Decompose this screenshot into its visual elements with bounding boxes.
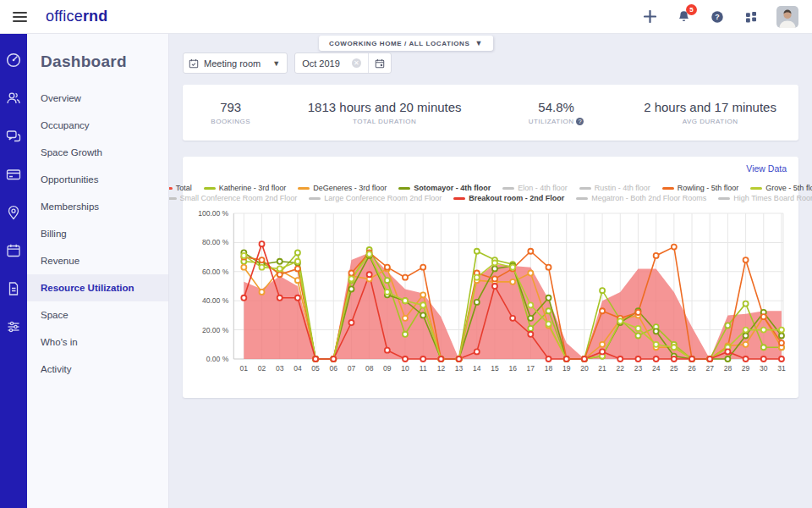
apps-grid-icon[interactable] [743,8,760,25]
sidebar-item-billing[interactable]: Billing [27,220,168,247]
dashboard-gauge-icon[interactable] [5,52,22,69]
stat-label: TOTAL DURATION [278,118,491,125]
view-data-link[interactable]: View Data [746,163,787,174]
billing-card-icon[interactable] [5,166,22,183]
stat-label: UTILIZATION? [491,118,622,125]
legend-item-rowling-5th-floor[interactable]: Rowling - 5th floor [662,184,739,192]
stats-summary-card: 793BOOKINGS1813 hours and 20 minutesTOTA… [183,85,798,141]
icon-rail [0,34,27,508]
legend-swatch [579,187,591,190]
legend-label: High Times Board Room [733,194,812,202]
messages-icon[interactable] [5,128,22,145]
svg-text:0.00 %: 0.00 % [206,355,229,363]
stat-value: 2 hours and 17 minutes [622,100,798,114]
svg-text:11: 11 [420,364,427,373]
legend-item-high-times-board-room[interactable]: High Times Board Room [718,194,812,202]
svg-text:14: 14 [473,364,481,373]
legend-swatch [662,187,674,190]
period-value: Oct 2019 [302,58,340,69]
legend-swatch [576,197,588,200]
calendar-icon[interactable] [5,242,22,259]
svg-text:30: 30 [760,364,768,373]
legend-label: Breakout room - 2nd Floor [469,194,564,202]
legend-item-rustin-4th-floor[interactable]: Rustin - 4th floor [579,184,650,192]
page-title: Dashboard [27,34,168,71]
hamburger-menu-icon[interactable] [3,0,36,34]
sidebar-item-activity[interactable]: Activity [27,356,168,383]
svg-text:05: 05 [311,364,320,373]
location-pin-icon[interactable] [5,204,22,221]
location-selector[interactable]: COWORKING HOME / ALL LOCATIONS ▼ [319,36,493,51]
legend-item-grove-5th-floor[interactable]: Grove - 5th floor [750,184,812,192]
stat-label: AVG DURATION [622,118,798,125]
chart-legend: TotalKatherine - 3rd floorDeGeneres - 3r… [195,184,787,202]
sidebar-item-overview[interactable]: Overview [27,85,168,112]
period-picker[interactable]: Oct 2019 ✕ [294,52,392,74]
plus-icon[interactable] [641,8,658,25]
officernd-logo: officernd [46,8,108,25]
legend-item-megatron-both-2nd-floor-rooms[interactable]: Megatron - Both 2nd Floor Rooms [576,194,706,202]
stat-total-duration: 1813 hours and 20 minutesTOTAL DURATION [278,100,491,125]
svg-text:25: 25 [670,364,678,373]
legend-label: Rustin - 4th floor [595,184,650,192]
sidebar-item-resource-utilization[interactable]: Resource Utilization [27,274,168,301]
stat-value: 793 [183,100,278,114]
stat-utilization: 54.8%UTILIZATION? [491,100,622,125]
legend-label: Katherine - 3rd floor [219,184,287,192]
resource-type-select[interactable]: Meeting room ▼ [183,52,288,74]
legend-swatch [204,187,216,190]
calendar-icon[interactable] [368,53,391,73]
svg-text:03: 03 [276,364,284,373]
svg-text:08: 08 [365,364,374,373]
location-selector-label: COWORKING HOME / ALL LOCATIONS [329,40,469,47]
legend-label: Rowling - 5th floor [678,184,739,192]
legend-label: DeGeneres - 3rd floor [313,184,387,192]
stat-value: 54.8% [491,100,622,114]
svg-text:06: 06 [330,364,338,373]
svg-text:20: 20 [580,364,589,373]
svg-text:17: 17 [527,364,535,373]
document-icon[interactable] [5,280,22,297]
sidebar: Dashboard OverviewOccupancySpace GrowthO… [27,34,169,508]
svg-text:01: 01 [240,364,249,373]
sidebar-item-opportunities[interactable]: Opportunities [27,166,168,193]
legend-swatch [718,197,730,200]
utilization-chart-card: View Data TotalKatherine - 3rd floorDeGe… [183,157,798,398]
svg-text:19: 19 [562,364,571,373]
stat-bookings: 793BOOKINGS [183,100,278,125]
svg-text:26: 26 [688,364,696,373]
legend-item-large-conference-room-2nd-floor[interactable]: Large Conference Room 2nd Floor [309,194,442,202]
sidebar-item-who-s-in[interactable]: Who's in [27,329,168,356]
help-icon[interactable]: ? [709,8,726,25]
members-icon[interactable] [5,90,22,107]
chevron-down-icon: ▼ [475,39,483,47]
sidebar-item-memberships[interactable]: Memberships [27,193,168,220]
bell-icon[interactable]: 5 [675,8,692,25]
legend-label: Small Conference Room 2nd Floor [180,194,298,202]
svg-text:13: 13 [455,364,464,373]
svg-text:60.00 %: 60.00 % [202,268,229,276]
utilization-chart: 100.00 %80.00 %60.00 %40.00 %20.00 %0.00… [195,209,787,376]
legend-swatch [398,187,410,190]
svg-text:20.00 %: 20.00 % [202,326,229,334]
resource-type-value: Meeting room [204,58,261,69]
help-icon[interactable]: ? [576,118,584,125]
svg-text:04: 04 [294,364,302,373]
legend-item-katherine-3rd-floor[interactable]: Katherine - 3rd floor [204,184,287,192]
sidebar-item-space-growth[interactable]: Space Growth [27,139,168,166]
legend-item-sotomayor-4th-floor[interactable]: Sotomayor - 4th floor [398,184,491,192]
legend-item-degeneres-3rd-floor[interactable]: DeGeneres - 3rd floor [298,184,387,192]
legend-item-small-conference-room-2nd-floor[interactable]: Small Conference Room 2nd Floor [165,194,298,202]
sidebar-item-occupancy[interactable]: Occupancy [27,112,168,139]
svg-text:27: 27 [705,364,714,373]
legend-item-breakout-room-2nd-floor[interactable]: Breakout room - 2nd Floor [453,194,564,202]
sidebar-item-space[interactable]: Space [27,301,168,329]
legend-label: Elon - 4th floor [518,184,568,192]
clear-icon[interactable]: ✕ [352,58,361,68]
svg-text:02: 02 [258,364,266,373]
legend-label: Large Conference Room 2nd Floor [324,194,442,202]
settings-sliders-icon[interactable] [5,318,22,335]
sidebar-item-revenue[interactable]: Revenue [27,247,168,274]
legend-item-elon-4th-floor[interactable]: Elon - 4th floor [502,184,568,192]
user-avatar[interactable] [776,6,798,28]
